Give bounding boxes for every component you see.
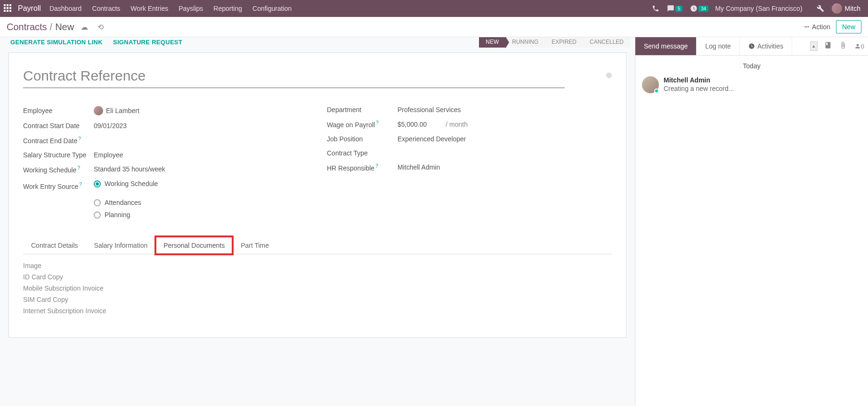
wage-field[interactable]: $5,000.00/ month <box>397 121 612 128</box>
brand-label: Payroll <box>18 4 41 13</box>
tools-icon[interactable] <box>817 5 824 12</box>
employee-value: Eli Lambert <box>106 107 139 114</box>
radio-planning[interactable]: Planning <box>94 211 308 219</box>
tab-salary-information[interactable]: Salary Information <box>86 236 156 254</box>
hr-responsible-label: HR Responsible? <box>327 163 397 172</box>
book-icon[interactable] <box>820 41 836 51</box>
followers-count: 0 <box>861 43 864 50</box>
breadcrumb-root[interactable]: Contracts <box>7 22 47 32</box>
position-label: Job Position <box>327 135 397 143</box>
doc-sim-card[interactable]: SIM Card Copy <box>23 296 108 303</box>
form-card: Employee Eli Lambert Contract Start Date… <box>8 52 626 338</box>
log-note-button[interactable]: Log note <box>697 37 740 55</box>
followers-button[interactable]: 0 <box>851 42 868 50</box>
schedule-field[interactable]: Standard 35 hours/week <box>94 165 308 173</box>
tab-content: Image ID Card Copy Mobile Subscription I… <box>23 254 612 326</box>
signature-request-link[interactable]: SIGNATURE REQUEST <box>113 39 182 46</box>
status-new[interactable]: NEW <box>479 37 505 48</box>
doc-mobile-invoice[interactable]: Mobile Subscription Invoice <box>23 284 108 292</box>
schedule-label: Working Schedule? <box>23 165 94 174</box>
activities-badge: 34 <box>698 6 708 12</box>
help-icon[interactable]: ? <box>376 120 379 125</box>
send-message-button[interactable]: Send message <box>635 37 697 55</box>
cloud-save-icon[interactable]: ☁ <box>81 23 88 32</box>
status-cancelled[interactable]: CANCELLED <box>583 37 630 48</box>
today-label: Today <box>642 62 861 70</box>
nav-reporting[interactable]: Reporting <box>213 5 242 12</box>
status-expired[interactable]: EXPIRED <box>545 37 583 48</box>
doc-image[interactable]: Image <box>23 262 108 269</box>
messages-badge: 5 <box>675 6 683 12</box>
phone-icon[interactable] <box>652 5 659 12</box>
wage-label: Wage on Payroll? <box>327 120 397 129</box>
contract-reference-input[interactable] <box>23 64 565 88</box>
apps-icon[interactable] <box>4 4 12 13</box>
employee-label: Employee <box>23 107 94 114</box>
doc-internet-invoice[interactable]: Internet Subscription Invoice <box>23 307 108 315</box>
avatar-icon <box>832 3 842 14</box>
collapse-icon[interactable]: ▲ <box>810 41 818 51</box>
status-running[interactable]: RUNNING <box>505 37 545 48</box>
breadcrumb-current: New <box>55 22 74 32</box>
nav-payslips[interactable]: Payslips <box>178 5 203 12</box>
attachment-icon[interactable] <box>836 41 851 51</box>
help-icon[interactable]: ? <box>79 182 82 187</box>
message-author[interactable]: Mitchell Admin <box>664 76 734 84</box>
chatter-sidebar: Send message Log note Activities ▲ 0 Tod… <box>635 37 868 406</box>
help-icon[interactable]: ? <box>77 165 80 171</box>
kanban-status-dot[interactable] <box>606 73 612 78</box>
nav-contracts[interactable]: Contracts <box>92 5 120 12</box>
department-label: Department <box>327 106 397 114</box>
source-label: Work Entry Source? <box>23 182 94 190</box>
radio-attendances[interactable]: Attendances <box>94 199 308 206</box>
activities-button[interactable]: Activities <box>740 37 792 55</box>
undo-icon[interactable]: ⟲ <box>97 23 104 32</box>
department-field[interactable]: Professional Services <box>397 106 612 114</box>
action-button[interactable]: Action <box>803 23 830 31</box>
tab-part-time[interactable]: Part Time <box>233 236 277 254</box>
action-label: Action <box>812 23 830 31</box>
structure-type-label: Salary Structure Type <box>23 151 94 159</box>
help-icon[interactable]: ? <box>78 136 81 141</box>
wage-unit: / month <box>446 121 468 128</box>
radio-icon <box>94 211 101 219</box>
messages-icon[interactable]: 5 <box>667 5 683 12</box>
hr-responsible-field[interactable]: Mitchell Admin <box>397 163 612 171</box>
generate-simulation-link[interactable]: GENERATE SIMULATION LINK <box>10 39 103 46</box>
tab-personal-documents[interactable]: Personal Documents <box>155 236 233 254</box>
tab-contract-details[interactable]: Contract Details <box>23 236 86 254</box>
breadcrumb-sep: / <box>50 22 53 32</box>
end-date-label: Contract End Date? <box>23 136 94 145</box>
chatter-tabs: Send message Log note Activities ▲ 0 <box>635 37 868 56</box>
radio-working-schedule[interactable]: Working Schedule <box>94 180 158 187</box>
new-button[interactable]: New <box>836 20 861 33</box>
content-area: GENERATE SIMULATION LINK SIGNATURE REQUE… <box>0 37 635 406</box>
structure-type-field[interactable]: Employee <box>94 151 308 159</box>
user-name: Mitch <box>845 5 860 12</box>
contract-type-label: Contract Type <box>327 149 397 157</box>
top-nav: Payroll Dashboard Contracts Work Entries… <box>0 0 868 17</box>
breadcrumb-bar: Contracts / New ☁ ⟲ Action New <box>0 17 868 37</box>
start-date-field[interactable]: 09/01/2023 <box>94 122 308 130</box>
start-date-label: Contract Start Date <box>23 122 94 130</box>
company-selector[interactable]: My Company (San Francisco) <box>715 5 802 12</box>
message-text: Creating a new record... <box>664 85 734 92</box>
help-icon[interactable]: ? <box>375 163 378 169</box>
nav-dashboard[interactable]: Dashboard <box>49 5 82 12</box>
user-menu[interactable]: Mitch <box>832 3 860 14</box>
employee-avatar-icon <box>94 106 103 115</box>
nav-configuration[interactable]: Configuration <box>252 5 292 12</box>
radio-icon <box>94 199 101 206</box>
message-row: Mitchell Admin Creating a new record... <box>642 76 861 93</box>
position-field[interactable]: Experienced Developer <box>397 135 612 143</box>
message-area: Today Mitchell Admin Creating a new reco… <box>635 56 868 100</box>
status-arrow: NEW RUNNING EXPIRED CANCELLED <box>479 37 630 48</box>
employee-field[interactable]: Eli Lambert <box>94 106 308 115</box>
nav-work-entries[interactable]: Work Entries <box>130 5 168 12</box>
presence-icon <box>654 89 659 93</box>
radio-icon <box>94 180 101 187</box>
activities-icon[interactable]: 34 <box>690 5 708 12</box>
action-status-row: GENERATE SIMULATION LINK SIGNATURE REQUE… <box>0 37 635 47</box>
tabs: Contract Details Salary Information Pers… <box>23 236 612 254</box>
doc-id-card[interactable]: ID Card Copy <box>23 273 108 281</box>
